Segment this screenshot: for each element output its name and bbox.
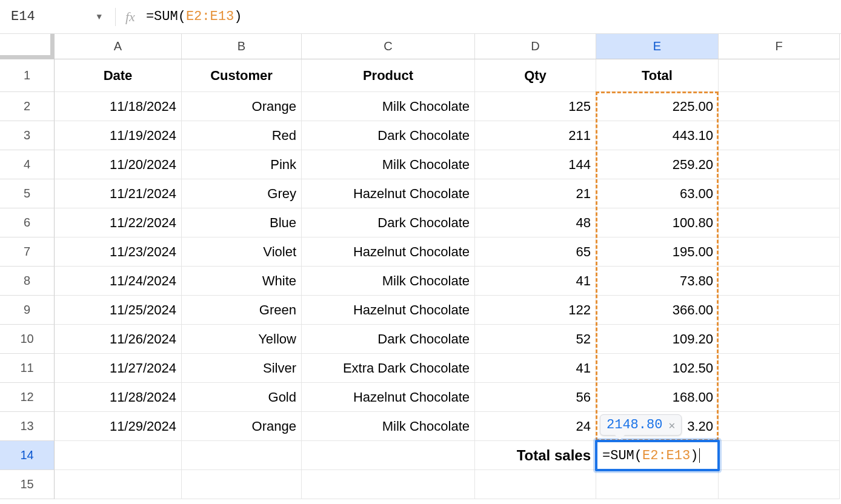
cell-date[interactable]: 11/22/2024 — [55, 208, 182, 237]
cell-date[interactable]: 11/25/2024 — [55, 296, 182, 325]
row-header-15[interactable]: 15 — [0, 470, 55, 499]
cell-customer[interactable]: Red — [182, 121, 302, 150]
cell-empty[interactable] — [719, 325, 840, 354]
cell-qty[interactable]: 48 — [475, 208, 596, 237]
row-header-9[interactable]: 9 — [0, 296, 55, 325]
cell-total[interactable]: 100.80 — [596, 208, 719, 237]
cell-empty[interactable] — [719, 354, 840, 383]
col-header-c[interactable]: C — [302, 34, 475, 59]
cell-product[interactable]: Milk Chocolate — [302, 412, 475, 441]
cell-qty[interactable]: 41 — [475, 354, 596, 383]
cell-qty[interactable]: 125 — [475, 92, 596, 121]
row-header-14[interactable]: 14 — [0, 441, 55, 470]
cell-qty[interactable]: 56 — [475, 383, 596, 412]
cell-product[interactable]: Extra Dark Chocolate — [302, 354, 475, 383]
name-box-dropdown-icon[interactable]: ▼ — [97, 12, 102, 22]
cell-customer[interactable]: Pink — [182, 150, 302, 179]
cell-customer[interactable]: Orange — [182, 92, 302, 121]
row-header-8[interactable]: 8 — [0, 267, 55, 296]
row-header-5[interactable]: 5 — [0, 179, 55, 208]
cell-date[interactable]: 11/29/2024 — [55, 412, 182, 441]
cell-qty[interactable]: 52 — [475, 325, 596, 354]
cell-customer[interactable]: Grey — [182, 179, 302, 208]
row-header-4[interactable]: 4 — [0, 150, 55, 179]
cell-qty[interactable]: 65 — [475, 237, 596, 267]
cell-product[interactable]: Dark Chocolate — [302, 325, 475, 354]
cell-total[interactable]: 109.20 — [596, 325, 719, 354]
cell-a15[interactable] — [55, 470, 182, 499]
cell-product[interactable]: Milk Chocolate — [302, 150, 475, 179]
header-product[interactable]: Product — [302, 59, 475, 92]
cell-date[interactable]: 11/24/2024 — [55, 267, 182, 296]
cell-date[interactable]: 11/28/2024 — [55, 383, 182, 412]
cell-f1[interactable] — [719, 59, 840, 92]
cell-qty[interactable]: 144 — [475, 150, 596, 179]
cell-product[interactable]: Dark Chocolate — [302, 208, 475, 237]
row-header-13[interactable]: 13 — [0, 412, 55, 441]
cell-e15[interactable] — [596, 470, 719, 499]
cell-customer[interactable]: Silver — [182, 354, 302, 383]
cell-total[interactable]: 443.10 — [596, 121, 719, 150]
cell-qty[interactable]: 122 — [475, 296, 596, 325]
cell-empty[interactable] — [719, 121, 840, 150]
cell-total[interactable]: 102.50 — [596, 354, 719, 383]
cell-qty[interactable]: 21 — [475, 179, 596, 208]
name-box[interactable]: E14 ▼ — [5, 9, 108, 24]
cell-date[interactable]: 11/18/2024 — [55, 92, 182, 121]
cell-a14[interactable] — [55, 441, 182, 470]
cell-customer[interactable]: White — [182, 267, 302, 296]
cell-product[interactable]: Dark Chocolate — [302, 121, 475, 150]
cell-total[interactable]: 225.00 — [596, 92, 719, 121]
cell-empty[interactable] — [719, 383, 840, 412]
cell-empty[interactable] — [719, 150, 840, 179]
cell-customer[interactable]: Orange — [182, 412, 302, 441]
cell-product[interactable]: Hazelnut Chocolate — [302, 383, 475, 412]
row-header-2[interactable]: 2 — [0, 92, 55, 121]
spreadsheet-grid[interactable]: A B C D E F 1 Date Customer Product Qty … — [0, 34, 841, 499]
close-icon[interactable]: ✕ — [668, 419, 675, 432]
cell-product[interactable]: Milk Chocolate — [302, 92, 475, 121]
cell-date[interactable]: 11/21/2024 — [55, 179, 182, 208]
col-header-f[interactable]: F — [719, 34, 840, 59]
cell-b15[interactable] — [182, 470, 302, 499]
col-header-b[interactable]: B — [182, 34, 302, 59]
cell-date[interactable]: 11/19/2024 — [55, 121, 182, 150]
select-all-corner[interactable] — [0, 34, 55, 59]
cell-empty[interactable] — [719, 208, 840, 237]
header-total[interactable]: Total — [596, 59, 719, 92]
cell-total[interactable]: 195.00 — [596, 237, 719, 267]
row-header-12[interactable]: 12 — [0, 383, 55, 412]
cell-empty[interactable] — [719, 296, 840, 325]
cell-f15[interactable] — [719, 470, 840, 499]
cell-customer[interactable]: Green — [182, 296, 302, 325]
cell-customer[interactable]: Blue — [182, 208, 302, 237]
cell-customer[interactable]: Violet — [182, 237, 302, 267]
cell-empty[interactable] — [719, 179, 840, 208]
col-header-e[interactable]: E — [596, 34, 719, 59]
header-customer[interactable]: Customer — [182, 59, 302, 92]
cell-date[interactable]: 11/27/2024 — [55, 354, 182, 383]
cell-qty[interactable]: 41 — [475, 267, 596, 296]
cell-c14[interactable] — [302, 441, 475, 470]
col-header-d[interactable]: D — [475, 34, 596, 59]
cell-product[interactable]: Hazelnut Chocolate — [302, 296, 475, 325]
cell-qty[interactable]: 211 — [475, 121, 596, 150]
cell-qty[interactable]: 24 — [475, 412, 596, 441]
active-cell-editor[interactable]: =SUM(E2:E13) — [595, 440, 720, 471]
header-qty[interactable]: Qty — [475, 59, 596, 92]
cell-b14[interactable] — [182, 441, 302, 470]
cell-total[interactable]: 73.80 — [596, 267, 719, 296]
cell-date[interactable]: 11/23/2024 — [55, 237, 182, 267]
total-sales-label[interactable]: Total sales — [475, 441, 596, 470]
cell-empty[interactable] — [719, 267, 840, 296]
cell-empty[interactable] — [719, 92, 840, 121]
cell-product[interactable]: Hazelnut Chocolate — [302, 237, 475, 267]
cell-total[interactable]: 63.00 — [596, 179, 719, 208]
formula-input[interactable]: =SUM(E2:E13) — [146, 9, 836, 24]
row-header-6[interactable]: 6 — [0, 208, 55, 237]
cell-total[interactable]: 168.00 — [596, 383, 719, 412]
header-date[interactable]: Date — [55, 59, 182, 92]
row-header-3[interactable]: 3 — [0, 121, 55, 150]
cell-customer[interactable]: Gold — [182, 383, 302, 412]
cell-customer[interactable]: Yellow — [182, 325, 302, 354]
